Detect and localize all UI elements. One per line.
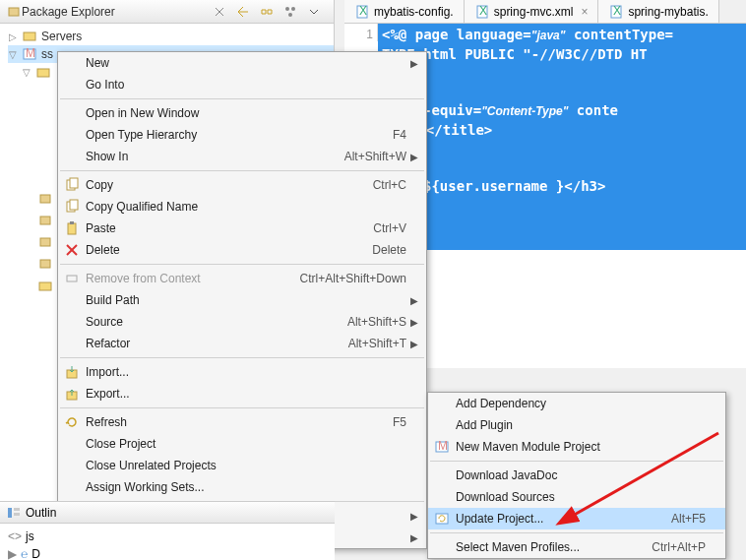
tree-label: Servers xyxy=(41,30,82,43)
menu-label: Delete xyxy=(86,243,372,257)
svg-rect-9 xyxy=(37,69,49,77)
menu-label: Build Path xyxy=(86,293,406,307)
copy-icon xyxy=(64,177,80,193)
submenu-item[interactable]: Select Maven Profiles...Ctrl+Alt+P xyxy=(428,536,725,558)
copy-icon xyxy=(64,199,80,215)
menu-label: New xyxy=(86,56,406,70)
submenu-item[interactable]: MNew Maven Module Project xyxy=(428,436,725,458)
menu-item[interactable]: Build Path▶ xyxy=(58,289,426,311)
submenu-item[interactable]: Download JavaDoc xyxy=(428,465,725,486)
svg-rect-22 xyxy=(70,178,78,188)
paste-icon xyxy=(64,220,80,236)
menu-label: Go Into xyxy=(86,78,406,92)
menu-item[interactable]: RefreshF5 xyxy=(58,411,426,433)
editor-tab[interactable]: Xspring-mvc.xml× xyxy=(465,0,599,23)
menu-item[interactable]: Assign Working Sets... xyxy=(58,476,426,498)
menu-accelerator: Ctrl+V xyxy=(373,221,406,235)
submenu-arrow-icon: ▶ xyxy=(406,339,418,349)
menu-item[interactable]: Copy Qualified Name xyxy=(58,196,426,218)
svg-rect-6 xyxy=(24,32,35,40)
menu-item[interactable]: New▶ xyxy=(58,52,426,74)
collapse-icon[interactable]: ▽ xyxy=(8,49,18,60)
svg-point-4 xyxy=(291,7,295,11)
menu-item[interactable]: Go Into xyxy=(58,74,426,95)
menu-item[interactable]: Open Type HierarchyF4 xyxy=(58,124,426,146)
code-content[interactable]: <%@ page language="java" contentType= TY… xyxy=(378,24,746,250)
maven-icon: M xyxy=(434,439,450,455)
menu-label: Update Project... xyxy=(456,512,671,526)
outline-item[interactable]: <>js xyxy=(8,528,327,545)
menu-item[interactable]: Show InAlt+Shift+W▶ xyxy=(58,146,426,167)
outline-label: js xyxy=(26,529,34,543)
package-icon xyxy=(6,4,22,20)
menu-label: Copy xyxy=(86,178,373,192)
close-icon[interactable]: × xyxy=(581,5,588,19)
explorer-title: Package Explorer xyxy=(22,5,115,19)
menu-accelerator: Alt+F5 xyxy=(671,512,706,526)
update-icon xyxy=(434,511,450,527)
svg-rect-37 xyxy=(14,508,20,511)
folder-icon xyxy=(37,278,53,293)
tab-label: spring-mybatis. xyxy=(628,5,708,19)
svg-rect-24 xyxy=(70,200,78,210)
menu-label: Refresh xyxy=(86,415,393,429)
svg-text:M: M xyxy=(438,439,448,453)
svg-rect-11 xyxy=(40,217,50,224)
menu-item[interactable]: RefactorAlt+Shift+T▶ xyxy=(58,333,426,354)
submenu-item[interactable]: Download Sources xyxy=(428,486,725,508)
menu-label: Source xyxy=(86,315,347,329)
tree-label: ss xyxy=(41,47,53,61)
menu-separator xyxy=(60,357,424,358)
server-icon xyxy=(22,29,37,44)
editor-tab[interactable]: Xspring-mybatis. xyxy=(598,0,718,23)
menu-accelerator: Alt+Shift+W xyxy=(344,150,406,163)
menu-separator xyxy=(430,461,723,462)
link-editor-icon[interactable] xyxy=(259,4,275,20)
collapse-icon[interactable] xyxy=(235,4,251,20)
menu-item[interactable]: Open in New Window xyxy=(58,102,426,124)
menu-item[interactable]: PasteCtrl+V xyxy=(58,218,426,239)
submenu-arrow-icon: ▶ xyxy=(406,152,418,162)
expand-icon[interactable]: ▷ xyxy=(8,31,18,42)
menu-item[interactable]: Close Project xyxy=(58,433,426,455)
menu-item[interactable]: Close Unrelated Projects xyxy=(58,455,426,476)
close-tab-icon[interactable] xyxy=(212,4,227,20)
submenu-item[interactable]: Update Project...Alt+F5 xyxy=(428,508,725,529)
package-icon xyxy=(37,213,53,228)
submenu-item[interactable]: Add Plugin xyxy=(428,414,725,436)
submenu-item[interactable]: Add Dependency xyxy=(428,393,725,414)
tree-item-servers[interactable]: ▷ Servers xyxy=(8,28,334,45)
line-number: 1 xyxy=(366,28,373,41)
svg-rect-14 xyxy=(39,282,51,290)
menu-item[interactable]: CopyCtrl+C xyxy=(58,174,426,196)
context-menu: New▶Go IntoOpen in New WindowOpen Type H… xyxy=(57,51,427,549)
menu-item[interactable]: DeleteDelete xyxy=(58,239,426,261)
filter-icon[interactable] xyxy=(282,4,298,20)
view-menu-icon[interactable] xyxy=(306,4,322,20)
menu-label: Select Maven Profiles... xyxy=(456,540,652,554)
outline-item[interactable]: ▶℮D xyxy=(8,545,327,560)
package-icon xyxy=(37,234,53,250)
menu-label: Import... xyxy=(86,365,406,379)
menu-item[interactable]: SourceAlt+Shift+S▶ xyxy=(58,311,426,333)
menu-accelerator: Ctrl+C xyxy=(373,178,406,192)
editor-tab[interactable]: Xmybatis-config. xyxy=(344,0,465,23)
menu-label: Assign Working Sets... xyxy=(86,480,406,494)
submenu-arrow-icon: ▶ xyxy=(406,511,418,522)
line-gutter: 1 xyxy=(344,24,378,41)
explorer-header: Package Explorer xyxy=(0,0,334,24)
outline-title: Outlin xyxy=(26,506,56,520)
svg-point-5 xyxy=(288,13,292,17)
menu-accelerator: Delete xyxy=(372,243,406,257)
svg-point-3 xyxy=(285,7,289,11)
menu-item[interactable]: Import... xyxy=(58,361,426,383)
package-icon xyxy=(37,256,53,272)
menu-item[interactable]: Export... xyxy=(58,383,426,404)
context-icon xyxy=(64,271,80,286)
xml-file-icon: X xyxy=(474,4,490,20)
menu-item[interactable]: Remove from ContextCtrl+Alt+Shift+Down xyxy=(58,268,426,289)
svg-rect-25 xyxy=(68,223,76,234)
menu-accelerator: F5 xyxy=(393,415,406,429)
menu-label: Open Type Hierarchy xyxy=(86,128,393,142)
svg-rect-38 xyxy=(14,513,20,516)
